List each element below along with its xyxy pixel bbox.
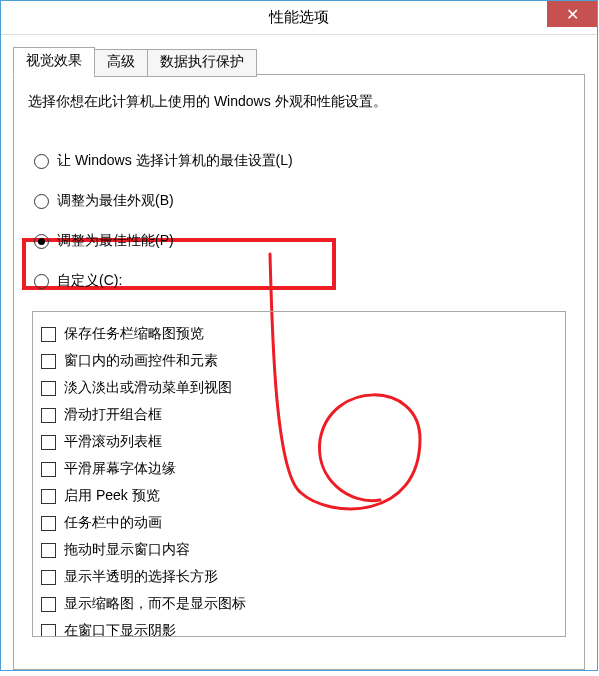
check-label: 显示半透明的选择长方形 <box>64 568 218 586</box>
check-row-taskbar-anim[interactable]: 任务栏中的动画 <box>41 512 557 534</box>
check-row-enable-peek[interactable]: 启用 Peek 预览 <box>41 485 557 507</box>
check-row-translucent-select[interactable]: 显示半透明的选择长方形 <box>41 566 557 588</box>
close-button[interactable]: ✕ <box>547 1 597 27</box>
checkbox[interactable] <box>41 516 56 531</box>
checkbox[interactable] <box>41 597 56 612</box>
check-row-slide-combo[interactable]: 滑动打开组合框 <box>41 404 557 426</box>
radio-row-best-performance[interactable]: 调整为最佳性能(P) <box>34 231 572 251</box>
appearance-radio-group: 让 Windows 选择计算机的最佳设置(L) 调整为最佳外观(B) 调整为最佳… <box>34 151 572 291</box>
check-row-save-thumbnails[interactable]: 保存任务栏缩略图预览 <box>41 323 557 345</box>
check-label: 任务栏中的动画 <box>64 514 162 532</box>
tabpanel-visual-effects: 选择你想在此计算机上使用的 Windows 外观和性能设置。 让 Windows… <box>13 74 585 670</box>
radio-best-appearance[interactable] <box>34 194 49 209</box>
tab-label: 高级 <box>107 53 135 69</box>
tab-label: 数据执行保护 <box>160 53 244 69</box>
check-label: 在窗口下显示阴影 <box>64 622 176 637</box>
check-row-smooth-font[interactable]: 平滑屏幕字体边缘 <box>41 458 557 480</box>
tab-dep[interactable]: 数据执行保护 <box>147 49 257 77</box>
checkbox[interactable] <box>41 462 56 477</box>
titlebar: 性能选项 ✕ <box>1 1 597 35</box>
effects-listbox[interactable]: 保存任务栏缩略图预览 窗口内的动画控件和元素 淡入淡出或滑动菜单到视图 滑动打开… <box>32 311 566 637</box>
radio-label: 自定义(C): <box>57 272 122 290</box>
check-label: 淡入淡出或滑动菜单到视图 <box>64 379 232 397</box>
tab-advanced[interactable]: 高级 <box>94 49 148 77</box>
radio-label: 调整为最佳外观(B) <box>57 192 174 210</box>
check-label: 滑动打开组合框 <box>64 406 162 424</box>
check-row-animate-controls[interactable]: 窗口内的动画控件和元素 <box>41 350 557 372</box>
radio-row-custom[interactable]: 自定义(C): <box>34 271 572 291</box>
check-label: 平滑屏幕字体边缘 <box>64 460 176 478</box>
performance-options-window: 性能选项 ✕ 视觉效果 高级 数据执行保护 选择你想在此计算机上使用的 Wind… <box>0 0 598 671</box>
check-row-window-shadow[interactable]: 在窗口下显示阴影 <box>41 620 557 637</box>
checkbox[interactable] <box>41 570 56 585</box>
checkbox[interactable] <box>41 381 56 396</box>
radio-label: 调整为最佳性能(P) <box>57 232 174 250</box>
close-icon: ✕ <box>566 5 579 24</box>
checkbox[interactable] <box>41 354 56 369</box>
radio-best-performance[interactable] <box>34 234 49 249</box>
checkbox[interactable] <box>41 408 56 423</box>
radio-row-best-appearance[interactable]: 调整为最佳外观(B) <box>34 191 572 211</box>
radio-label: 让 Windows 选择计算机的最佳设置(L) <box>57 152 293 170</box>
radio-let-windows[interactable] <box>34 154 49 169</box>
check-label: 保存任务栏缩略图预览 <box>64 325 204 343</box>
radio-row-let-windows[interactable]: 让 Windows 选择计算机的最佳设置(L) <box>34 151 572 171</box>
check-row-drag-content[interactable]: 拖动时显示窗口内容 <box>41 539 557 561</box>
check-row-fade-menus[interactable]: 淡入淡出或滑动菜单到视图 <box>41 377 557 399</box>
tab-strip: 视觉效果 高级 数据执行保护 <box>13 47 585 75</box>
check-label: 启用 Peek 预览 <box>64 487 160 505</box>
checkbox[interactable] <box>41 543 56 558</box>
check-label: 窗口内的动画控件和元素 <box>64 352 218 370</box>
checkbox[interactable] <box>41 624 56 638</box>
panel-description: 选择你想在此计算机上使用的 Windows 外观和性能设置。 <box>28 93 572 111</box>
check-row-show-thumbnails[interactable]: 显示缩略图，而不是显示图标 <box>41 593 557 615</box>
check-label: 显示缩略图，而不是显示图标 <box>64 595 246 613</box>
checkbox[interactable] <box>41 435 56 450</box>
tab-visual-effects[interactable]: 视觉效果 <box>13 47 95 75</box>
checkbox[interactable] <box>41 489 56 504</box>
radio-custom[interactable] <box>34 274 49 289</box>
window-title: 性能选项 <box>269 8 329 27</box>
client-area: 视觉效果 高级 数据执行保护 选择你想在此计算机上使用的 Windows 外观和… <box>1 35 597 670</box>
checkbox[interactable] <box>41 327 56 342</box>
check-row-smooth-scroll[interactable]: 平滑滚动列表框 <box>41 431 557 453</box>
check-label: 平滑滚动列表框 <box>64 433 162 451</box>
tab-label: 视觉效果 <box>26 52 82 68</box>
check-label: 拖动时显示窗口内容 <box>64 541 190 559</box>
